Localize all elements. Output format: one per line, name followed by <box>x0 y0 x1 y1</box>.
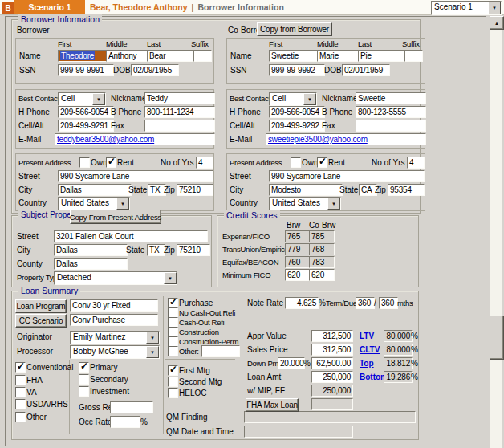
own-checkbox[interactable] <box>79 157 90 168</box>
cc-scenario-field[interactable]: Conv Purchase <box>70 314 158 326</box>
coborrower-zip-field[interactable]: 95354 <box>388 184 425 196</box>
borrower-middle-name-field[interactable]: Anthony <box>106 50 150 62</box>
borrower-street-field[interactable]: 990 Sycamore Lane <box>58 170 213 182</box>
borrower-cell-field[interactable]: 209-499-9291 <box>58 120 114 132</box>
loan-amt-field[interactable]: 250,000 <box>311 371 353 383</box>
coborrower-email-field[interactable]: sweetiepie3500@yahoo.com <box>266 133 426 145</box>
conventional-checkbox[interactable] <box>15 362 26 373</box>
coborrower-street-field[interactable]: 990 Sycamore Lane <box>269 170 425 182</box>
borrower-country-select[interactable]: United States ▼ <box>58 197 130 210</box>
borrower-dob-field[interactable]: 02/09/1955 <box>131 64 179 76</box>
scenario-tab[interactable]: Scenario 1 <box>14 0 85 14</box>
borrower-email-field[interactable]: teddybear3500@yahoo.com <box>55 133 215 145</box>
chevron-down-icon[interactable]: ▼ <box>116 198 129 210</box>
chevron-down-icon[interactable]: ▼ <box>303 93 316 105</box>
copy-from-borrower-button[interactable]: Copy from Borrower <box>257 22 332 36</box>
email-link[interactable]: teddybear3500@yahoo.com <box>57 135 154 144</box>
coborrower-h-phone-field[interactable]: 209-566-9054 <box>269 106 325 118</box>
minimum-fico-brw-field[interactable]: 620 <box>285 269 311 281</box>
borrower-yrs-field[interactable]: 4 <box>196 157 213 169</box>
other-purpose-field[interactable] <box>201 345 240 357</box>
coborrower-cell-field[interactable]: 209-499-9292 <box>269 120 325 132</box>
qm-finding-label: QM Finding <box>166 413 208 422</box>
heloc-checkbox[interactable] <box>168 388 178 398</box>
coborrower-ssn-field[interactable]: 999-99-9992 <box>269 64 325 76</box>
due-field[interactable]: 360 <box>379 297 398 309</box>
va-checkbox[interactable] <box>15 387 26 397</box>
borrower-b-phone-field[interactable]: 800-111-1234 <box>144 106 215 118</box>
coborrower-city-field[interactable]: Modesto <box>269 184 343 196</box>
borrower-city-field[interactable]: Dallas <box>58 184 132 196</box>
coborrower-dob-field[interactable]: 02/01/1959 <box>342 64 390 76</box>
other-purpose-checkbox[interactable] <box>168 346 178 356</box>
scrollbar-thumb[interactable] <box>490 316 504 360</box>
loan-program-button[interactable]: Loan Program <box>15 299 67 313</box>
chevron-down-icon[interactable]: ▼ <box>488 2 501 14</box>
chevron-down-icon[interactable]: ▼ <box>327 198 340 210</box>
coborrower-b-phone-field[interactable]: 800-123-5555 <box>356 106 426 118</box>
chevron-down-icon[interactable]: ▼ <box>146 332 159 344</box>
chevron-down-icon[interactable]: ▼ <box>92 93 105 105</box>
property-county-field[interactable]: Dallas <box>54 258 128 270</box>
down-pmt-pct-field[interactable]: 20.000 <box>278 357 305 369</box>
ltv-link[interactable]: LTV <box>360 332 374 340</box>
secondary-checkbox[interactable] <box>79 374 89 385</box>
copy-from-present-address-button[interactable]: Copy From Present Address <box>70 210 161 224</box>
borrower-first-name-field[interactable]: Theodore <box>58 50 109 62</box>
cltv-link[interactable]: CLTV <box>360 345 380 354</box>
own-checkbox[interactable] <box>291 157 301 168</box>
property-city-field[interactable]: Dallas <box>54 244 128 256</box>
borrower-best-contact-select[interactable]: Cell ▼ <box>58 92 106 106</box>
note-rate-field[interactable]: 4.625 <box>285 297 319 309</box>
coborrower-yrs-field[interactable]: 4 <box>407 157 425 169</box>
usda-checkbox[interactable] <box>15 399 26 409</box>
email-link[interactable]: sweetiepie3500@yahoo.com <box>268 135 368 144</box>
investment-checkbox[interactable] <box>79 386 89 397</box>
scenario-select[interactable]: Scenario 1 ▼ <box>431 1 502 15</box>
coborrower-middle-name-field[interactable]: Marie <box>317 50 361 62</box>
fha-max-loan-button[interactable]: FHA Max Loan <box>246 398 299 412</box>
down-pmt-field[interactable]: 62,500.00 <box>311 357 353 369</box>
processor-select[interactable]: Bobby McGhee ▼ <box>70 345 160 359</box>
chevron-down-icon[interactable]: ▼ <box>146 346 159 358</box>
minimum-fico-cobrw-field[interactable]: 620 <box>309 269 335 281</box>
property-zip-field[interactable]: 75210 <box>177 244 210 256</box>
borrower-h-phone-field[interactable]: 209-566-9054 <box>58 106 114 118</box>
property-state-field[interactable]: TX <box>147 244 165 256</box>
borrower-nickname-field[interactable]: Teddy <box>144 92 215 104</box>
borrower-zip-field[interactable]: 75210 <box>177 184 213 196</box>
borrower-ssn-field[interactable]: 999-99-9991 <box>58 64 114 76</box>
coborrower-nickname-field[interactable]: Sweetie <box>356 92 426 104</box>
scroll-up-icon[interactable]: ▲ <box>490 16 504 30</box>
property-street-field[interactable]: 3201 Fallen Oak Court <box>54 230 208 242</box>
second-mtg-checkbox[interactable] <box>168 377 178 387</box>
other-loan-type-checkbox[interactable] <box>15 412 26 422</box>
coborrower-first-name-field[interactable]: Sweetie <box>269 50 320 62</box>
borrower-fax-field[interactable] <box>144 120 215 132</box>
occ-rate-field[interactable] <box>110 416 140 428</box>
borrower-suffix-field[interactable] <box>193 50 212 62</box>
gross-rent-field[interactable] <box>110 401 153 413</box>
coborrower-suffix-field[interactable] <box>404 50 423 62</box>
rent-checkbox[interactable] <box>317 157 327 168</box>
borrower-last-name-field[interactable]: Bear <box>147 50 197 62</box>
top-ratio-link[interactable]: Top <box>360 359 374 368</box>
loan-program-field[interactable]: Conv 30 yr Fixed <box>70 299 158 312</box>
cc-scenario-button[interactable]: CC Scenario <box>15 314 67 328</box>
chevron-down-icon[interactable]: ▼ <box>164 272 177 284</box>
ltv-field: 80.000 <box>384 330 413 342</box>
originator-select[interactable]: Emily Martinez ▼ <box>70 331 160 344</box>
coborrower-country-select[interactable]: United States ▼ <box>269 197 341 210</box>
coborrower-fax-field[interactable] <box>356 120 426 132</box>
property-type-select[interactable]: Detached ▼ <box>54 271 177 285</box>
vertical-scrollbar[interactable]: ▲ <box>490 16 502 448</box>
sales-price-field[interactable]: 312,500 <box>311 344 353 356</box>
rent-checkbox[interactable] <box>106 157 116 168</box>
appr-value-field[interactable]: 312,500 <box>311 330 353 342</box>
first-mtg-checkbox[interactable] <box>168 365 178 376</box>
fha-checkbox[interactable] <box>15 375 26 385</box>
term-field[interactable]: 360 <box>356 297 375 309</box>
primary-checkbox[interactable] <box>79 362 89 373</box>
coborrower-last-name-field[interactable]: Pie <box>358 50 408 62</box>
coborrower-best-contact-select[interactable]: Cell ▼ <box>269 92 317 106</box>
